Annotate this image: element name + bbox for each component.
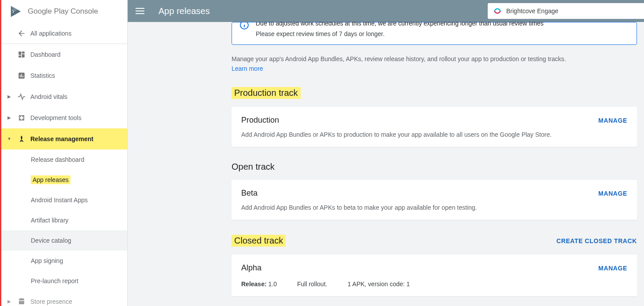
alpha-release-row: Release: 1.0 Full rollout. 1 APK, versio… <box>241 280 627 288</box>
notice-body: Please expect review times of 7 days or … <box>256 30 629 37</box>
dashboard-icon <box>13 51 30 58</box>
nav-all-applications[interactable]: All applications <box>1 23 127 44</box>
help-text: Manage your app's Android App Bundles, A… <box>232 55 637 62</box>
sidebar: Google Play Console All applications Das… <box>0 0 128 306</box>
app-name: Brightcove Engage <box>506 7 558 15</box>
production-card: Production MANAGE Add Android App Bundle… <box>232 107 637 147</box>
beta-manage-button[interactable]: MANAGE <box>598 190 627 197</box>
play-console-icon <box>9 5 22 18</box>
main: Due to adjusted work schedules at this t… <box>128 22 644 306</box>
svg-point-13 <box>20 119 21 120</box>
svg-rect-5 <box>18 55 21 58</box>
svg-rect-4 <box>22 54 25 58</box>
alpha-card-title: Alpha <box>241 263 261 273</box>
svg-rect-3 <box>22 51 25 54</box>
menu-icon[interactable] <box>136 6 146 16</box>
production-manage-button[interactable]: MANAGE <box>598 117 627 124</box>
nav-dashboard[interactable]: Dashboard <box>1 44 127 65</box>
svg-rect-7 <box>20 75 21 77</box>
production-card-desc: Add Android App Bundles or APKs to produ… <box>241 131 627 138</box>
nav-instant-apps[interactable]: Android Instant Apps <box>1 190 127 210</box>
chevron-right-icon: ▶ <box>6 94 13 99</box>
nav-app-releases[interactable]: App releases <box>31 175 70 184</box>
alpha-card: Alpha MANAGE Release: 1.0 Full rollout. … <box>232 255 637 296</box>
arrow-back-icon <box>13 29 30 38</box>
app-logo-icon <box>493 7 502 15</box>
statistics-icon <box>13 72 30 80</box>
nav-android-vitals[interactable]: ▶ Android vitals <box>1 86 127 107</box>
closed-track-heading: Closed track <box>232 235 286 247</box>
store-icon <box>13 298 30 306</box>
learn-more-link[interactable]: Learn more <box>232 65 637 72</box>
svg-rect-2 <box>18 51 21 55</box>
nav-device-catalog[interactable]: Device catalog <box>1 230 127 251</box>
dev-tools-icon <box>13 114 30 122</box>
brand-logo[interactable]: Google Play Console <box>1 0 127 23</box>
app-selector[interactable]: Brightcove Engage <box>488 3 644 19</box>
nav-release-dashboard[interactable]: Release dashboard <box>1 149 127 170</box>
nav-development-tools[interactable]: ▶ Development tools <box>1 107 127 128</box>
open-track-heading: Open track <box>232 162 275 172</box>
production-card-title: Production <box>241 116 279 125</box>
nav-artifact-library[interactable]: Artifact library <box>1 210 127 230</box>
brand-text: Google Play Console <box>28 7 98 16</box>
beta-card-title: Beta <box>241 189 258 198</box>
svg-rect-9 <box>22 76 23 77</box>
page-title: App releases <box>158 6 210 16</box>
rocket-icon <box>13 135 30 143</box>
chevron-right-icon: ▶ <box>6 115 13 120</box>
svg-point-14 <box>22 119 23 120</box>
vitals-icon <box>13 92 30 101</box>
nav-store-presence[interactable]: ▶ Store presence <box>1 291 127 306</box>
svg-rect-8 <box>21 74 22 77</box>
svg-point-12 <box>22 116 23 117</box>
alpha-manage-button[interactable]: MANAGE <box>598 265 627 272</box>
header: App releases Brightcove Engage <box>128 0 644 22</box>
production-track-heading: Production track <box>232 87 301 99</box>
chevron-down-icon: ▼ <box>6 136 13 141</box>
notice-title: Due to adjusted work schedules at this t… <box>256 22 629 27</box>
alpha-rollout: Full rollout. <box>297 280 327 288</box>
nav-prelaunch-report[interactable]: Pre-launch report <box>1 271 127 291</box>
nav-statistics[interactable]: Statistics <box>1 65 127 86</box>
sidebar-nav: All applications Dashboard Statistics ▶ … <box>1 23 127 306</box>
review-time-notice: Due to adjusted work schedules at this t… <box>232 22 637 45</box>
svg-point-11 <box>20 116 21 117</box>
nav-app-signing[interactable]: App signing <box>1 251 127 271</box>
beta-card: Beta MANAGE Add Android App Bundles or A… <box>232 180 637 220</box>
beta-card-desc: Add Android App Bundles or APKs to beta … <box>241 204 627 211</box>
info-icon <box>239 22 250 30</box>
alpha-release-version: Release: 1.0 <box>241 280 277 288</box>
nav-release-management[interactable]: ▼ Release management <box>1 128 127 149</box>
chevron-right-icon: ▶ <box>6 299 13 304</box>
alpha-apk-info: 1 APK, version code: 1 <box>347 280 410 288</box>
create-closed-track-button[interactable]: CREATE CLOSED TRACK <box>556 237 637 244</box>
